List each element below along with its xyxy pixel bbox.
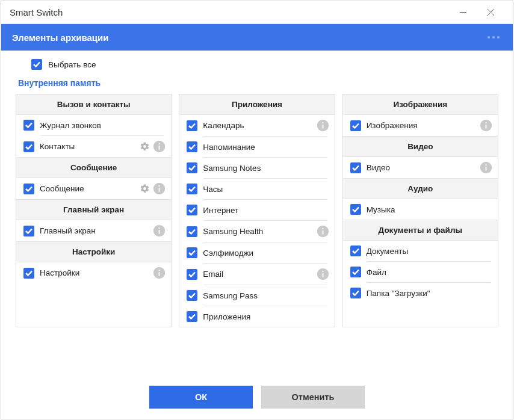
svg-point-20 [322, 228, 323, 229]
checkbox-icon[interactable] [187, 311, 197, 322]
checkbox-icon[interactable] [187, 226, 197, 237]
svg-rect-16 [322, 125, 323, 129]
list-item[interactable]: Сообщение [16, 178, 171, 199]
list-item[interactable]: Видео [343, 157, 498, 178]
column: ИзображенияИзображенияВидеоВидеоАудиоМуз… [342, 94, 498, 327]
minimize-button[interactable] [449, 4, 477, 22]
info-icon[interactable] [317, 120, 329, 131]
svg-point-23 [322, 271, 323, 272]
checkbox-icon[interactable] [350, 204, 361, 215]
checkbox-icon[interactable] [350, 267, 361, 277]
item-label: Изображения [367, 121, 475, 130]
checkbox-icon[interactable] [23, 120, 34, 131]
list-item[interactable]: Email [179, 264, 334, 285]
checkbox-icon[interactable] [187, 247, 197, 258]
list-item[interactable]: Журнал звонков [16, 115, 171, 135]
item-label: Приложения [203, 312, 323, 321]
list-item[interactable]: Главный экран [16, 220, 171, 241]
checkbox-icon[interactable] [350, 246, 361, 256]
checkbox-icon[interactable] [187, 141, 197, 152]
item-icons [153, 225, 165, 236]
item-label: Сообщение [40, 184, 134, 193]
checkbox-icon[interactable] [350, 288, 361, 298]
item-icons [139, 141, 165, 152]
svg-rect-4 [159, 146, 160, 150]
item-icons [480, 120, 492, 131]
list-item[interactable]: Интернет [179, 200, 334, 220]
list-item[interactable]: Календарь [179, 115, 334, 136]
info-icon[interactable] [480, 120, 492, 131]
list-item[interactable]: Samsung Health [179, 221, 334, 242]
list-item[interactable]: Файл [343, 262, 498, 282]
dialog-footer: ОК Отменить [1, 375, 513, 419]
list-item[interactable]: Изображения [343, 115, 498, 136]
checkbox-icon[interactable] [23, 268, 34, 279]
checkbox-icon[interactable] [23, 226, 34, 236]
svg-rect-10 [159, 230, 160, 234]
select-all-row: Выбрать все [1, 51, 513, 75]
content-area: Вызов и контактыЖурнал звонковКонтактыСо… [1, 94, 513, 375]
cancel-button[interactable]: Отменить [261, 386, 365, 409]
info-icon[interactable] [480, 162, 492, 173]
item-label: Samsung Health [203, 227, 311, 236]
checkbox-icon[interactable] [187, 162, 197, 173]
item-label: Интернет [203, 206, 323, 215]
info-icon[interactable] [153, 225, 165, 236]
storage-subtitle: Внутренняя память [1, 75, 513, 94]
category-header: Документы и файлы [343, 220, 498, 241]
category-header: Изображения [343, 94, 498, 115]
checkbox-icon[interactable] [187, 205, 197, 215]
ok-button[interactable]: ОК [149, 386, 253, 409]
checkbox-icon[interactable] [350, 120, 361, 131]
svg-rect-19 [322, 230, 323, 235]
list-item[interactable]: Напоминание [179, 137, 334, 157]
list-item[interactable]: Samsung Notes [179, 158, 334, 178]
info-icon[interactable] [153, 183, 165, 194]
select-all-checkbox[interactable]: Выбрать все [31, 59, 501, 70]
checkbox-icon[interactable] [23, 141, 34, 152]
item-label: Напоминание [203, 143, 323, 152]
item-label: Журнал звонков [40, 121, 159, 130]
list-item[interactable]: Папка "Загрузки" [343, 283, 498, 303]
list-item[interactable]: Музыка [343, 199, 498, 220]
gear-icon[interactable] [139, 141, 150, 152]
svg-point-8 [159, 185, 160, 187]
list-item[interactable]: Samsung Pass [179, 285, 334, 306]
item-label: Музыка [367, 205, 486, 214]
checkbox-icon[interactable] [187, 184, 197, 194]
checkbox-icon[interactable] [187, 269, 197, 280]
category-header: Приложения [179, 94, 334, 115]
list-item[interactable]: Часы [179, 179, 334, 199]
list-item[interactable]: Сэлфимоджи [179, 242, 334, 263]
item-label: Главный экран [40, 226, 148, 235]
svg-point-11 [159, 227, 160, 229]
category-header: Видео [343, 136, 498, 157]
item-label: Видео [367, 163, 475, 172]
checkbox-icon[interactable] [23, 184, 34, 194]
gear-icon[interactable] [139, 183, 150, 194]
checkbox-icon[interactable] [187, 120, 197, 131]
category-header: Аудио [343, 178, 498, 199]
svg-rect-25 [486, 125, 487, 129]
column: Вызов и контактыЖурнал звонковКонтактыСо… [16, 94, 172, 327]
info-icon[interactable] [153, 267, 165, 279]
info-icon[interactable] [317, 268, 329, 280]
svg-point-5 [159, 143, 160, 144]
svg-point-14 [159, 270, 160, 271]
checkbox-icon[interactable] [350, 162, 361, 173]
info-icon[interactable] [317, 226, 329, 237]
list-item[interactable]: Документы [343, 241, 498, 261]
select-all-label: Выбрать все [48, 60, 96, 69]
category-header: Вызов и контакты [16, 94, 171, 115]
more-menu-icon[interactable] [488, 36, 500, 39]
item-label: Сэлфимоджи [203, 249, 323, 258]
list-item[interactable]: Контакты [16, 136, 171, 157]
list-item[interactable]: Приложения [179, 306, 334, 327]
info-icon[interactable] [153, 141, 165, 152]
item-icons [480, 162, 492, 173]
checkbox-icon[interactable] [187, 290, 197, 301]
close-button[interactable] [477, 4, 504, 22]
item-label: Samsung Notes [203, 164, 323, 173]
svg-rect-28 [486, 167, 487, 171]
list-item[interactable]: Настройки [16, 262, 171, 283]
